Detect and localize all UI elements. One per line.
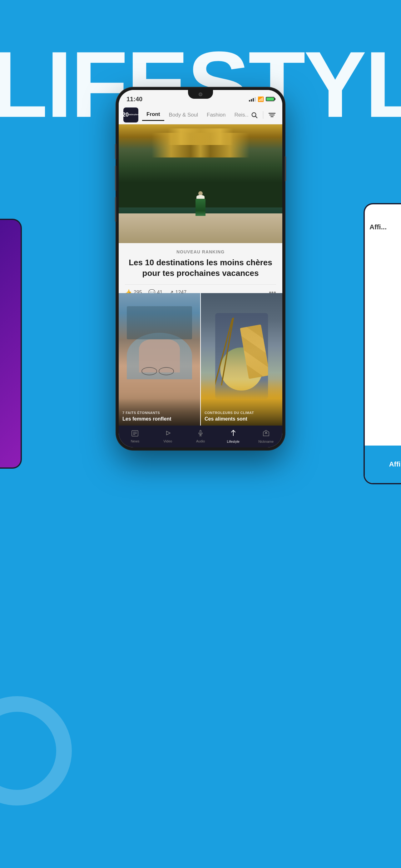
right-phone-bar-text: Affi [389,460,401,468]
left-partial-phone [0,219,22,469]
tab-nickname-label: Nickname [258,440,274,443]
lifestyle-icon [231,430,236,438]
svg-line-1 [256,116,257,118]
tab-lifestyle-label: Lifestyle [227,440,239,443]
tab-audio[interactable]: Audio [184,428,217,445]
phone-power-button [285,156,286,181]
grid-title-left: Les femmes ronflent [123,416,196,422]
tab-bar: News Video [119,426,282,447]
main-phone: 11:40 📶 20 minutes Front [116,88,285,450]
phone-mute-button [115,144,116,159]
hero-image[interactable] [119,124,282,243]
article-grid: 7 FAITS ÉTONNANTS Les femmes ronflent [119,293,282,426]
tab-fashion[interactable]: Fashion [202,110,230,121]
grid-tag-left: 7 FAITS ÉTONNANTS [123,411,196,415]
article-tag: NOUVEAU RANKING [125,249,276,254]
nav-header: 20 minutes Front Body & Soul Fashion Rei… [119,105,282,124]
svg-marker-9 [166,431,170,435]
tab-video-label: Video [163,439,172,443]
tab-body-soul[interactable]: Body & Soul [164,110,202,121]
tab-lifestyle[interactable]: Lifestyle [217,427,249,446]
phone-screen: 11:40 📶 20 minutes Front [119,90,282,447]
nav-tabs: Front Body & Soul Fashion Reis... [142,109,248,121]
tab-reis[interactable]: Reis... [230,110,248,121]
grid-caption-right: CONTROLEURS DU CLIMAT Ces aliments sont [201,398,282,426]
video-icon [164,430,171,438]
wifi-icon: 📶 [258,96,264,102]
grid-title-right: Ces aliments sont [205,416,278,422]
article-title[interactable]: Les 10 destinations les moins chères pou… [125,257,276,279]
news-icon [132,430,138,438]
tab-news-label: News [131,439,140,443]
grid-item-right[interactable]: CONTROLEURS DU CLIMAT Ces aliments sont [201,293,282,426]
app-logo[interactable]: 20 minutes [123,107,138,122]
battery-icon [266,97,274,101]
nickname-icon [263,430,269,438]
tab-audio-label: Audio [196,439,205,443]
status-icons: 📶 [249,96,274,102]
grid-caption-left: 7 FAITS ÉTONNANTS Les femmes ronflent [119,398,200,426]
search-button[interactable] [248,110,260,121]
audio-icon [197,430,204,438]
svg-rect-10 [200,430,201,434]
divider [263,111,263,119]
grid-item-left[interactable]: 7 FAITS ÉTONNANTS Les femmes ronflent [119,293,201,426]
status-time: 11:40 [127,96,142,103]
filter-button[interactable] [266,110,278,121]
grid-tag-right: CONTROLEURS DU CLIMAT [205,411,278,415]
tab-nickname[interactable]: Nickname [249,427,282,446]
tab-news[interactable]: News [119,428,152,445]
tab-front[interactable]: Front [142,109,164,121]
phone-volume-up-button [115,165,116,191]
tab-video[interactable]: Video [152,428,184,445]
signal-icon [249,97,256,101]
svg-point-16 [265,432,267,433]
phone-volume-down-button [115,197,116,222]
nav-actions [248,110,278,121]
right-phone-text: Affi... [369,223,387,231]
phone-notch [188,90,213,99]
right-partial-phone: Affi... Affi [364,203,401,484]
camera-dot [199,92,202,96]
